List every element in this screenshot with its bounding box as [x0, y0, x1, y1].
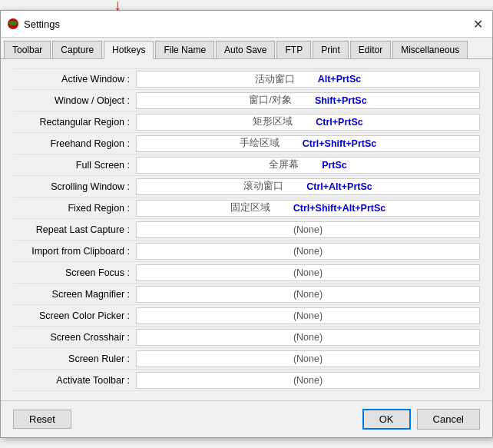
row-label: Screen Color Picker : — [13, 310, 136, 321]
hotkey-value[interactable]: (None) — [136, 350, 480, 367]
tab-toolbar[interactable]: Toolbar — [4, 41, 51, 58]
table-row: Active Window :活动窗口Alt+PrtSc — [13, 68, 480, 90]
table-row: Freehand Region :手绘区域Ctrl+Shift+PrtSc — [13, 133, 480, 154]
hotkey-value[interactable]: (None) — [136, 372, 480, 389]
row-label: Screen Ruler : — [13, 353, 136, 364]
hotkey-value[interactable]: 活动窗口Alt+PrtSc — [136, 71, 480, 88]
svg-point-2 — [12, 21, 17, 25]
table-row: Screen Color Picker :(None) — [13, 305, 480, 327]
hotkeys-content: Active Window :活动窗口Alt+PrtScWindow / Obj… — [1, 59, 492, 400]
hotkey-value[interactable]: (None) — [136, 286, 480, 303]
hotkey-value[interactable]: (None) — [136, 264, 480, 281]
hotkey-value[interactable]: 矩形区域Ctrl+PrtSc — [136, 114, 480, 131]
row-label: Rectangular Region : — [13, 117, 136, 128]
row-label: Freehand Region : — [13, 138, 136, 149]
arrow-indicator: ↓ — [114, 0, 121, 14]
table-row: Import from Clipboard :(None) — [13, 241, 480, 262]
row-label: Scrolling Window : — [13, 181, 136, 192]
tab-autosave[interactable]: Auto Save — [216, 41, 275, 58]
close-button[interactable]: ✕ — [469, 15, 486, 32]
hotkey-value[interactable]: 手绘区域Ctrl+Shift+PrtSc — [136, 135, 480, 152]
cancel-button[interactable]: Cancel — [417, 409, 480, 430]
table-row: Screen Magnifier :(None) — [13, 284, 480, 305]
row-label: Active Window : — [13, 74, 136, 85]
title-bar: Settings ✕ — [1, 11, 492, 38]
hotkey-value[interactable]: (None) — [136, 307, 480, 324]
table-row: Rectangular Region :矩形区域Ctrl+PrtSc — [13, 111, 480, 133]
footer-right: OK Cancel — [362, 409, 480, 430]
ok-button[interactable]: OK — [362, 409, 411, 430]
table-row: Full Screen :全屏幕PrtSc — [13, 154, 480, 176]
tab-hotkeys[interactable]: Hotkeys — [104, 41, 154, 59]
tab-filename[interactable]: File Name — [155, 41, 214, 58]
table-row: Window / Object :窗口/对象Shift+PrtSc — [13, 90, 480, 111]
row-label: Screen Crosshair : — [13, 332, 136, 343]
footer: Reset OK Cancel — [1, 400, 492, 437]
table-row: Repeat Last Capture :(None) — [13, 219, 480, 241]
reset-button[interactable]: Reset — [13, 410, 71, 429]
hotkey-value[interactable]: 滚动窗口Ctrl+Alt+PrtSc — [136, 178, 480, 195]
row-label: Screen Magnifier : — [13, 289, 136, 300]
row-label: Full Screen : — [13, 160, 136, 171]
hotkey-value[interactable]: 窗口/对象Shift+PrtSc — [136, 92, 480, 109]
tab-editor[interactable]: Editor — [350, 41, 391, 58]
tab-capture[interactable]: Capture — [52, 41, 102, 58]
hotkey-value[interactable]: 全屏幕PrtSc — [136, 157, 480, 174]
title-bar-left: Settings — [7, 18, 60, 30]
app-icon — [7, 18, 19, 30]
settings-window: Settings ✕ Toolbar Capture Hotkeys File … — [0, 10, 493, 438]
hotkey-value[interactable]: (None) — [136, 329, 480, 346]
tab-print[interactable]: Print — [313, 41, 349, 58]
tab-bar: Toolbar Capture Hotkeys File Name Auto S… — [1, 38, 492, 59]
hotkey-value[interactable]: (None) — [136, 221, 480, 238]
row-label: Repeat Last Capture : — [13, 224, 136, 235]
table-row: Activate Toolbar :(None) — [13, 370, 480, 391]
row-label: Activate Toolbar : — [13, 375, 136, 386]
tab-miscellaneous[interactable]: Miscellaneous — [392, 41, 468, 58]
table-row: Screen Focus :(None) — [13, 262, 480, 284]
row-label: Import from Clipboard : — [13, 246, 136, 257]
row-label: Screen Focus : — [13, 267, 136, 278]
table-row: Screen Ruler :(None) — [13, 348, 480, 370]
table-row: Fixed Region :固定区域Ctrl+Shift+Alt+PrtSc — [13, 197, 480, 219]
hotkey-value[interactable]: (None) — [136, 243, 480, 260]
row-label: Window / Object : — [13, 95, 136, 106]
window-title: Settings — [24, 18, 60, 30]
hotkey-value[interactable]: 固定区域Ctrl+Shift+Alt+PrtSc — [136, 200, 480, 217]
table-row: Scrolling Window :滚动窗口Ctrl+Alt+PrtSc — [13, 176, 480, 197]
row-label: Fixed Region : — [13, 203, 136, 214]
tab-ftp[interactable]: FTP — [276, 41, 311, 58]
table-row: Screen Crosshair :(None) — [13, 327, 480, 348]
